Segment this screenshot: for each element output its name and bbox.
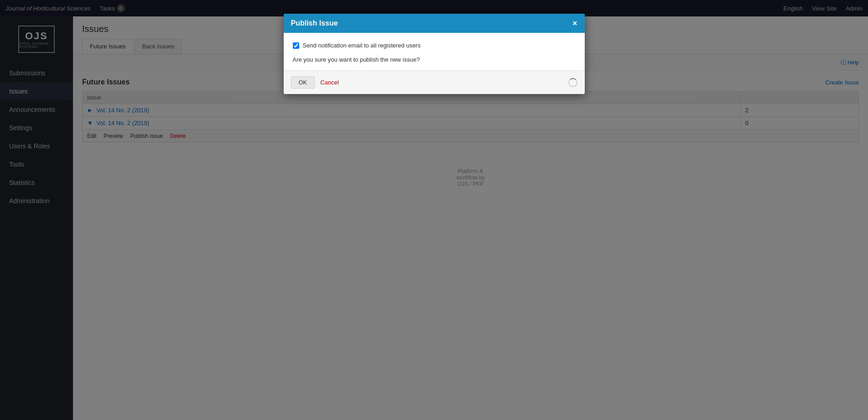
confirm-text: Are you sure you want to publish the new…	[293, 56, 576, 63]
ok-button[interactable]: OK	[291, 76, 315, 89]
notification-checkbox[interactable]	[293, 42, 299, 49]
dialog-footer-buttons: OK Cancel	[291, 76, 339, 89]
loading-spinner	[568, 78, 577, 87]
publish-issue-dialog: Publish Issue × Send notification email …	[284, 14, 585, 94]
cancel-button[interactable]: Cancel	[320, 79, 338, 86]
dialog-close-button[interactable]: ×	[572, 19, 577, 27]
dialog-body: Send notification email to all registere…	[284, 33, 585, 70]
notification-checkbox-row: Send notification email to all registere…	[293, 42, 576, 49]
dialog-title: Publish Issue	[291, 19, 338, 27]
dialog-footer: OK Cancel	[284, 70, 585, 94]
modal-overlay: Publish Issue × Send notification email …	[0, 0, 868, 420]
dialog-header: Publish Issue ×	[284, 14, 585, 33]
notification-checkbox-label: Send notification email to all registere…	[303, 42, 421, 49]
